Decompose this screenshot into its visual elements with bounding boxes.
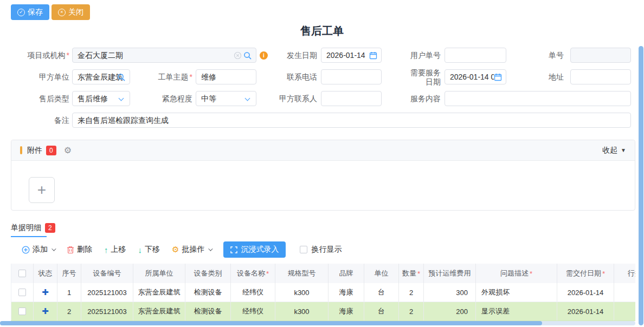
party-contact-input[interactable]	[321, 91, 382, 106]
search-icon[interactable]	[243, 51, 252, 60]
gear-icon[interactable]: ⚙	[64, 145, 72, 155]
delete-row-button[interactable]: 删除	[67, 245, 92, 254]
plus-circle-icon	[22, 246, 30, 254]
section-marker	[20, 146, 22, 154]
chevron-down-icon	[119, 96, 124, 101]
col-category: 设备类别	[185, 264, 231, 283]
chevron-down-icon	[209, 246, 213, 251]
add-attachment-button[interactable]: +	[29, 177, 55, 203]
form-row-2: 甲方单位 东营金辰建筑 工单主题* 维修 联系电话 需要服务日期 2026-01…	[0, 69, 644, 91]
form-row-3: 售后类型 售后维修 紧急程度 中等 甲方联系人 服务内容	[0, 91, 644, 113]
address-input[interactable]	[570, 69, 631, 84]
chevron-down-icon	[51, 246, 56, 251]
trash-icon	[67, 246, 74, 254]
row-checkbox[interactable]	[18, 289, 26, 296]
order-no-label: 单号	[534, 48, 564, 63]
tab-detail[interactable]: 单据明细 2	[11, 223, 55, 233]
plus-icon: +	[37, 182, 46, 198]
service-content-label: 服务内容	[404, 91, 441, 106]
remark-input[interactable]: 来自售后巡检跟踪查询生成	[72, 113, 631, 128]
service-date-input[interactable]: 2026-01-14 0	[445, 69, 506, 84]
table-row-selected[interactable]: ✚ 2 2025121003 东营金辰建筑 检测设备 经纬仪 k300 海康 台…	[11, 302, 635, 321]
tab-active-indicator	[11, 236, 47, 237]
attachments-title: 附件	[27, 146, 42, 155]
immersive-entry-button[interactable]: 沉浸式录入	[223, 241, 286, 258]
detail-toolbar: 添加 删除 ↑ 上移 ↓ 下移 ⚙ 批操作 沉浸式录入 换行显示	[22, 241, 342, 258]
select-all-cell	[11, 264, 34, 283]
vertical-scrollbar-thumb[interactable]	[639, 46, 643, 325]
subject-label: 工单主题*	[146, 69, 192, 84]
required-star: *	[266, 270, 269, 278]
table-header-row: 状态 序号 设备编号 所属单位 设备类别 设备名称* 规格型号 品牌 单位 数量…	[11, 264, 635, 283]
aftersale-type-select[interactable]: 售后维修	[72, 91, 130, 106]
add-row-button[interactable]: 添加	[22, 245, 55, 254]
attachments-count-badge: 0	[46, 146, 56, 155]
work-order-form: 项目或机构* 金石大厦二期 i 发生日期 2026-01-14 用户单号 单号 …	[0, 48, 644, 134]
phone-input[interactable]	[321, 69, 382, 84]
row-add-icon[interactable]: ✚	[42, 306, 49, 316]
save-button-label: 保存	[28, 8, 43, 17]
horizontal-scrollbar[interactable]	[0, 321, 635, 325]
wrap-display-label: 换行显示	[311, 245, 342, 254]
gear-icon: ⚙	[172, 245, 179, 254]
horizontal-scrollbar-thumb[interactable]	[0, 321, 542, 325]
calendar-icon[interactable]	[369, 51, 377, 60]
col-status: 状态	[34, 264, 57, 283]
row-add-icon[interactable]: ✚	[42, 287, 49, 297]
collapse-toggle[interactable]: 收起 ▼	[602, 146, 626, 155]
subject-input[interactable]: 维修	[196, 69, 256, 84]
party-a-input[interactable]: 东营金辰建筑	[72, 69, 130, 84]
select-all-checkbox[interactable]	[18, 270, 26, 277]
search-icon[interactable]	[117, 73, 126, 82]
detail-table: 状态 序号 设备编号 所属单位 设备类别 设备名称* 规格型号 品牌 单位 数量…	[11, 264, 635, 321]
project-label: 项目或机构*	[0, 48, 69, 63]
calendar-icon[interactable]	[494, 73, 502, 81]
col-model: 规格型号	[275, 264, 329, 283]
address-label: 地址	[534, 69, 564, 84]
close-button[interactable]: × 关闭	[51, 4, 90, 20]
save-button[interactable]: ✓ 保存	[11, 4, 49, 20]
wrap-display-option[interactable]: 换行显示	[300, 245, 342, 254]
table-row[interactable]: ✚ 1 2025121003 东营金辰建筑 检测设备 经纬仪 k300 海康 台…	[11, 283, 635, 302]
urgency-label: 紧急程度	[146, 91, 192, 106]
form-row-4: 备注 来自售后巡检跟踪查询生成	[0, 113, 644, 134]
row-checkbox[interactable]	[18, 308, 26, 315]
col-brand: 品牌	[329, 264, 364, 283]
col-name: 设备名称*	[231, 264, 275, 283]
remark-label: 备注	[0, 113, 69, 128]
col-row-op: 行操作	[614, 264, 635, 283]
collapse-arrow-icon: ▼	[621, 147, 626, 153]
arrow-down-icon: ↓	[138, 245, 143, 254]
col-seq: 序号	[57, 264, 81, 283]
move-down-button[interactable]: ↓ 下移	[138, 245, 160, 254]
wrap-display-checkbox[interactable]	[300, 246, 307, 253]
page-title: 售后工单	[0, 24, 644, 38]
clear-icon[interactable]	[234, 51, 242, 60]
user-order-label: 用户单号	[393, 48, 441, 63]
col-cost: 预计运维费用	[424, 264, 476, 283]
required-star: *	[417, 270, 420, 278]
party-a-label: 甲方单位	[0, 69, 69, 84]
batch-actions-button[interactable]: ⚙ 批操作	[172, 245, 211, 254]
service-date-label: 需要服务日期	[404, 68, 441, 83]
required-star: *	[602, 270, 605, 278]
order-no-input	[570, 48, 631, 63]
required-star: *	[190, 73, 192, 81]
move-up-button[interactable]: ↑ 上移	[104, 245, 126, 254]
col-unit: 所属单位	[133, 264, 185, 283]
detail-count-badge: 2	[45, 223, 55, 233]
project-input[interactable]: 金石大厦二期	[72, 48, 256, 63]
service-content-input[interactable]	[445, 91, 631, 106]
user-order-input[interactable]	[445, 48, 506, 63]
arrow-up-icon: ↑	[104, 245, 108, 254]
form-row-1: 项目或机构* 金石大厦二期 i 发生日期 2026-01-14 用户单号 单号	[0, 48, 644, 69]
occur-date-label: 发生日期	[271, 48, 317, 63]
info-icon[interactable]: i	[260, 51, 268, 60]
col-problem: 问题描述*	[476, 264, 557, 283]
close-circle-icon: ×	[58, 9, 66, 16]
attachments-panel: 附件 0 ⚙ 收起 ▼ +	[11, 140, 635, 211]
urgency-select[interactable]: 中等	[196, 91, 256, 106]
phone-label: 联系电话	[271, 69, 317, 84]
attachments-header: 附件 0 ⚙ 收起 ▼	[11, 140, 635, 161]
occur-date-input[interactable]: 2026-01-14	[321, 48, 382, 63]
